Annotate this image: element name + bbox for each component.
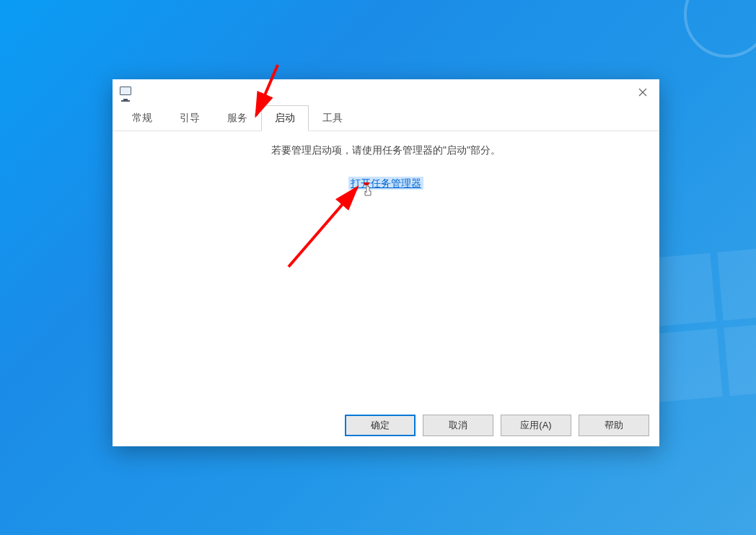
tabs-container: 常规 引导 服务 启动 工具 xyxy=(113,105,659,131)
button-bar: 确定 取消 应用(A) 帮助 xyxy=(113,404,659,446)
close-button[interactable] xyxy=(626,81,659,103)
window-titlebar xyxy=(113,79,659,105)
tab-services[interactable]: 服务 xyxy=(214,105,261,131)
tab-startup[interactable]: 启动 xyxy=(261,105,309,131)
tab-content: 若要管理启动项，请使用任务管理器的"启动"部分。 打开任务管理器 xyxy=(113,131,659,404)
ok-button[interactable]: 确定 xyxy=(345,415,416,436)
system-config-window: 常规 引导 服务 启动 工具 若要管理启动项，请使用任务管理器的"启动"部分。 … xyxy=(113,79,659,446)
help-button[interactable]: 帮助 xyxy=(579,415,649,436)
open-task-manager-link[interactable]: 打开任务管理器 xyxy=(348,177,423,190)
tab-tools[interactable]: 工具 xyxy=(309,105,356,131)
decorative-circle xyxy=(684,0,756,58)
app-icon xyxy=(120,87,133,98)
tab-general[interactable]: 常规 xyxy=(118,105,166,131)
cancel-button[interactable]: 取消 xyxy=(423,415,493,436)
titlebar-left xyxy=(120,87,133,98)
instruction-text: 若要管理启动项，请使用任务管理器的"启动"部分。 xyxy=(127,144,645,157)
tab-boot[interactable]: 引导 xyxy=(166,105,214,131)
apply-button[interactable]: 应用(A) xyxy=(501,415,571,436)
link-container: 打开任务管理器 xyxy=(127,177,645,190)
